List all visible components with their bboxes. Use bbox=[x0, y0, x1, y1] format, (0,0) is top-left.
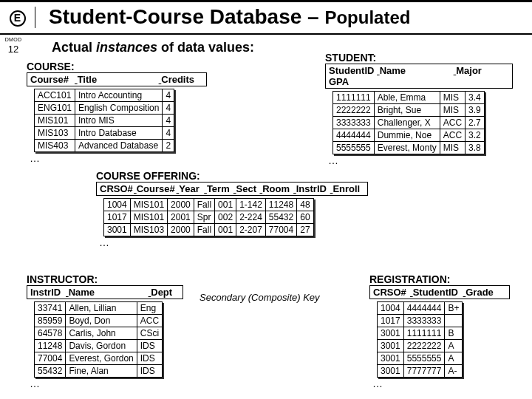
student-block: STUDENT: StudentID Name Major GPA 111111… bbox=[325, 52, 513, 166]
table-cell: English Composition bbox=[75, 102, 163, 115]
course-header: Course# Title Credits bbox=[27, 72, 207, 86]
table-cell: 3333333 bbox=[333, 117, 375, 129]
student-header: StudentID Name Major GPA bbox=[325, 64, 513, 89]
student-h3: Major bbox=[456, 65, 487, 76]
left-margin: DMOD 12 bbox=[0, 37, 27, 55]
table-row: 30015555555A bbox=[378, 352, 463, 365]
table-cell: Fall bbox=[194, 199, 214, 211]
offering-table: 1004MIS1012000Fall0011-14211248481017MIS… bbox=[103, 198, 314, 236]
page-title: Student-Course Database – Populated bbox=[35, 5, 410, 29]
title-main: Student-Course Database bbox=[49, 5, 301, 28]
table-cell: Eng bbox=[137, 302, 162, 315]
table-cell: MIS101 bbox=[130, 199, 167, 211]
table-cell: Intro Database bbox=[75, 127, 163, 140]
table-cell: IDS bbox=[137, 340, 162, 352]
table-cell: ACC bbox=[137, 315, 162, 327]
table-cell: 27 bbox=[297, 224, 313, 236]
table-cell: ACC101 bbox=[35, 89, 75, 102]
table-cell: 3333333 bbox=[403, 315, 445, 327]
table-cell: MIS bbox=[440, 104, 465, 117]
page-number: 12 bbox=[0, 44, 27, 55]
table-cell: 11248 bbox=[265, 199, 296, 211]
table-cell: 60 bbox=[297, 211, 313, 224]
table-cell: 55432 bbox=[265, 211, 296, 224]
offering-h5: Sect bbox=[236, 183, 260, 194]
logo-icon: E bbox=[0, 7, 35, 28]
table-cell: 2222222 bbox=[333, 104, 375, 117]
table-cell: 2.7 bbox=[466, 117, 485, 129]
instructor-table: 33741Allen, LillianEng85959Boyd, DonACC6… bbox=[34, 301, 163, 378]
registration-ellipsis: … bbox=[369, 378, 510, 389]
table-cell: 001 bbox=[215, 224, 236, 236]
table-row: 10173333333 bbox=[378, 315, 463, 327]
table-cell: 2-207 bbox=[236, 224, 266, 236]
table-cell: 77004 bbox=[265, 224, 296, 236]
table-row: 2222222Bright, SueMIS3.9 bbox=[333, 104, 485, 117]
table-cell: 1017 bbox=[104, 211, 131, 224]
table-cell: 3001 bbox=[378, 365, 404, 378]
table-cell: Boyd, Don bbox=[66, 315, 137, 327]
table-cell: Fall bbox=[194, 224, 214, 236]
offering-label: COURSE OFFERING: bbox=[96, 170, 368, 182]
subtitle: Actual instances of data values: bbox=[52, 40, 254, 55]
table-cell: B bbox=[445, 327, 463, 340]
table-cell: Carlis, John bbox=[66, 327, 137, 340]
course-block: COURSE: Course# Title Credits ACC101Intr… bbox=[27, 61, 207, 164]
table-cell: 3001 bbox=[378, 327, 404, 340]
offering-h1: CRSO# bbox=[100, 183, 134, 194]
student-h4: GPA bbox=[329, 76, 349, 87]
table-cell: A bbox=[445, 340, 463, 352]
table-row: 1017MIS1012001Spr0022-2245543260 bbox=[104, 211, 314, 224]
table-cell: Advanced Database bbox=[75, 140, 163, 152]
table-row: 55432Fine, AlanIDS bbox=[35, 365, 163, 378]
table-cell: 1111111 bbox=[333, 92, 375, 104]
offering-header: CRSO# Course# Year Term Sect Room InstrI… bbox=[96, 182, 368, 196]
offering-h2: Course# bbox=[137, 183, 177, 194]
student-label: STUDENT: bbox=[325, 52, 513, 64]
table-cell: CSci bbox=[137, 327, 162, 340]
registration-block: REGISTRATION: CRSO# StudentID Grade 1004… bbox=[369, 273, 510, 389]
table-cell: A bbox=[445, 352, 463, 365]
table-cell: 2-224 bbox=[236, 211, 266, 224]
table-cell: 11248 bbox=[35, 340, 66, 352]
table-row: 1004MIS1012000Fall0011-1421124848 bbox=[104, 199, 314, 211]
table-cell: 002 bbox=[215, 211, 236, 224]
instructor-h1: InstrID bbox=[30, 287, 66, 298]
table-cell: Everest, Monty bbox=[374, 142, 440, 154]
table-row: 33741Allen, LillianEng bbox=[35, 302, 163, 315]
table-cell: Bright, Sue bbox=[374, 104, 440, 117]
table-row: ENG101English Composition4 bbox=[35, 102, 174, 115]
table-cell: MIS bbox=[440, 142, 465, 154]
table-cell: Able, Emma bbox=[374, 92, 440, 104]
subtitle-b: instances bbox=[96, 40, 157, 55]
table-cell: Spr bbox=[194, 211, 214, 224]
table-row: 4444444Dummie, NoeACC3.2 bbox=[333, 129, 485, 142]
table-cell: 1111111 bbox=[403, 327, 445, 340]
table-cell: 7777777 bbox=[403, 365, 445, 378]
table-row: ACC101Intro Accounting4 bbox=[35, 89, 174, 102]
table-row: 10044444444B+ bbox=[378, 302, 463, 315]
table-cell: MIS bbox=[440, 92, 465, 104]
course-label: COURSE: bbox=[27, 61, 207, 72]
table-row: 30011111111B bbox=[378, 327, 463, 340]
table-row: 30017777777A- bbox=[378, 365, 463, 378]
table-cell: Fine, Alan bbox=[66, 365, 137, 378]
table-row: MIS403Advanced Database2 bbox=[35, 140, 174, 152]
registration-label: REGISTRATION: bbox=[369, 273, 510, 285]
instructor-block: INSTRUCTOR: InstrID Name Dept 33741Allen… bbox=[27, 273, 183, 389]
registration-h3: Grade bbox=[466, 287, 494, 298]
table-cell: 55432 bbox=[35, 365, 66, 378]
course-h3: Credits bbox=[161, 74, 194, 85]
table-cell: 3.2 bbox=[466, 129, 485, 142]
title-sep: – bbox=[301, 5, 324, 28]
table-cell: 2000 bbox=[168, 199, 194, 211]
table-row: 5555555Everest, MontyMIS3.8 bbox=[333, 142, 485, 154]
table-cell: 1004 bbox=[104, 199, 131, 211]
table-cell: 3001 bbox=[104, 224, 131, 236]
composite-key-note: Secondary (Composite) Key bbox=[200, 292, 320, 303]
header-bar: E Student-Course Database – Populated bbox=[0, 0, 532, 35]
left-label: DMOD bbox=[0, 37, 27, 42]
table-cell: Everest, Gordon bbox=[66, 352, 137, 365]
table-cell: Intro MIS bbox=[75, 115, 163, 127]
instructor-h3: Dept bbox=[151, 287, 172, 298]
